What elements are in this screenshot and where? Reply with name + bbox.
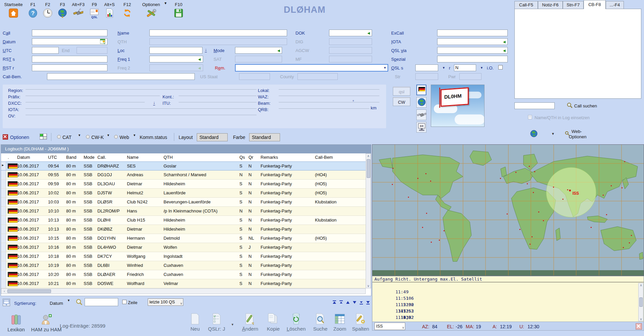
satellite-close-button[interactable] bbox=[636, 323, 642, 330]
col-qr[interactable]: Qr bbox=[248, 155, 259, 160]
satellite-view-button[interactable] bbox=[416, 109, 426, 120]
rem-combobox[interactable] bbox=[235, 64, 388, 71]
loc-input[interactable] bbox=[149, 47, 202, 54]
logbook-row[interactable]: 10.06.2017 10:15 80 m SSB DO1YHN Hermann… bbox=[1, 234, 366, 243]
logbook-row[interactable]: 10.06.2017 10:16 80 m SSB DL4HWO Dietmar… bbox=[1, 243, 366, 252]
quick-search-input[interactable] bbox=[85, 298, 118, 306]
optionen-button[interactable]: Optionen bbox=[139, 2, 163, 19]
qslr-button[interactable]: QSLr: J bbox=[205, 313, 228, 332]
loc-insert-icon[interactable]: ↓ bbox=[205, 48, 207, 52]
sort-dropdown-arrow-icon[interactable]: ▼ bbox=[67, 299, 70, 302]
col-marker[interactable]: . bbox=[8, 155, 9, 160]
excall-input[interactable] bbox=[437, 30, 508, 36]
call-search-input[interactable] bbox=[514, 102, 555, 109]
satellite-pass-row[interactable]: 11:49 106 12:02 347 19,2 AO-27 bbox=[372, 282, 644, 289]
sat-scroll-up-icon[interactable]: ∧ bbox=[639, 283, 643, 287]
iota-input[interactable] bbox=[437, 38, 508, 45]
ham-zu-ham-button[interactable]: HAM zu HAM bbox=[31, 314, 62, 332]
rst-s-input[interactable] bbox=[32, 56, 107, 62]
farbe-standard-button[interactable]: Standard bbox=[249, 133, 280, 141]
iota-pick-arrow-icon[interactable]: ◀ bbox=[503, 40, 506, 44]
scroll-up-icon[interactable]: ∧ bbox=[366, 154, 371, 158]
call-bem-input[interactable] bbox=[47, 73, 195, 80]
io-checkbox[interactable] bbox=[498, 65, 503, 69]
qsl-via-pick-arrow-icon[interactable]: ◀ bbox=[503, 49, 506, 52]
cwk-radio[interactable] bbox=[86, 135, 90, 139]
cw-side-button[interactable]: CW bbox=[393, 97, 410, 106]
grid-layout-icon[interactable] bbox=[40, 134, 47, 140]
nav-up-icon[interactable] bbox=[345, 300, 351, 305]
sort-value[interactable]: Datum bbox=[50, 301, 63, 306]
tab-call-f5[interactable]: Call-F5 bbox=[514, 1, 538, 9]
tab-cb-f8[interactable]: CB-F8 bbox=[584, 0, 606, 9]
cwk-dropdown-arrow-icon[interactable]: ▼ bbox=[107, 134, 110, 137]
col-call-bem[interactable]: Call-Bem bbox=[315, 155, 365, 160]
logbook-row[interactable]: 10.06.2017 09:59 80 m SSB DL3OAU Dietmar… bbox=[1, 180, 366, 189]
logbook-row[interactable]: 10.06.2017 10:03 80 m SSB DLØSR Club N24… bbox=[1, 198, 366, 207]
col-utc[interactable]: UTC bbox=[48, 155, 65, 160]
satellite-pass-row[interactable]: 11:51 30 11:53 4 0,0 HRBE bbox=[372, 289, 644, 295]
web-options-label-line2[interactable]: Optionen bbox=[569, 134, 587, 139]
col-remarks[interactable]: Remarks bbox=[261, 155, 314, 160]
col-call[interactable]: Call. bbox=[97, 155, 126, 160]
satellite-select[interactable]: ISS ∨ bbox=[374, 323, 405, 330]
dok-input[interactable] bbox=[329, 30, 372, 36]
rst-r-input[interactable] bbox=[32, 64, 107, 71]
spezial-input[interactable] bbox=[437, 56, 508, 62]
world-map[interactable]: ISS bbox=[372, 144, 644, 276]
cat-dropdown-arrow-icon[interactable]: ▼ bbox=[78, 134, 81, 137]
cb-notes-textarea[interactable] bbox=[514, 9, 641, 99]
layout-standard-button[interactable]: Standard bbox=[197, 133, 228, 141]
col-qth[interactable]: QTH bbox=[164, 155, 238, 160]
satellite-vscrollbar[interactable]: ∧ ∨ bbox=[638, 283, 643, 321]
range-select[interactable]: letzte 100 QS ∨ bbox=[148, 298, 183, 306]
logbook-row[interactable]: 10.06.2017 10:19 80 m SSB DL6BI Winfried… bbox=[1, 261, 366, 270]
suche-button[interactable]: Suche bbox=[311, 313, 330, 332]
col-datum[interactable]: Datum bbox=[17, 155, 47, 160]
web-globe-icon[interactable] bbox=[530, 130, 538, 138]
web-radio[interactable] bbox=[114, 135, 118, 139]
freq1-pick-arrow-icon[interactable]: ◀ bbox=[198, 58, 201, 61]
scroll-down-icon[interactable]: ∨ bbox=[366, 284, 371, 288]
logbook-row[interactable]: 10.06.2017 10:02 80 m SSB DJ5TW Helmut2 … bbox=[1, 189, 366, 198]
call-input[interactable] bbox=[32, 30, 107, 36]
nav-down-icon[interactable] bbox=[352, 300, 358, 305]
qsl-s-input[interactable] bbox=[415, 64, 438, 71]
vscroll-thumb[interactable] bbox=[367, 159, 370, 178]
logbook-row[interactable]: 10.06.2017 10:13 80 m SSB DLØHI Club H15… bbox=[1, 216, 366, 225]
nav-pagedown-icon[interactable] bbox=[359, 300, 364, 305]
mode-pick-arrow-icon[interactable]: ◀ bbox=[277, 49, 280, 52]
call-search-label[interactable]: Call suchen bbox=[574, 103, 597, 108]
nav-last-icon[interactable] bbox=[365, 300, 371, 305]
lexikon-button[interactable]: Lexikon bbox=[5, 314, 28, 332]
tab-stn-f7[interactable]: Stn-F7 bbox=[563, 1, 584, 9]
web-dropdown-arrow-icon[interactable]: ▼ bbox=[133, 134, 136, 137]
tab-notiz-f6[interactable]: Notiz-F6 bbox=[538, 1, 563, 9]
aendern-button[interactable]: Ändern bbox=[239, 313, 261, 332]
dx-cluster-button[interactable]: DX bbox=[416, 122, 426, 133]
qsl-s-dropdown-arrow-icon[interactable]: ▼ bbox=[442, 66, 445, 69]
logbook-row[interactable]: 10.06.2017 10:18 80 m SSB DK7CY Wolfgang… bbox=[1, 252, 366, 261]
utc-input[interactable] bbox=[32, 47, 59, 54]
flag-view-button[interactable] bbox=[416, 85, 426, 95]
neu-button[interactable]: Neu bbox=[187, 313, 203, 332]
spalten-button[interactable]: Spalten bbox=[350, 313, 371, 332]
logbook-row[interactable]: 10.06.2017 10:21 80 m SSB DO5WE Wolfhard… bbox=[1, 279, 366, 288]
logbook-row[interactable]: 10.06.2017 10:20 80 m SSB DLØAER Friedri… bbox=[1, 270, 366, 279]
logbook-row[interactable]: ► 10.06.2017 09:54 80 m SSB DRØHARZ SES … bbox=[1, 161, 366, 171]
startseite-button[interactable]: Startseite bbox=[3, 2, 24, 18]
web-globe-dropdown-arrow-icon[interactable]: ▼ bbox=[551, 132, 555, 136]
sat-scroll-down-icon[interactable]: ∨ bbox=[639, 317, 643, 321]
nav-first-icon[interactable] bbox=[332, 300, 337, 305]
datum-input[interactable] bbox=[32, 38, 107, 45]
f10-save-button[interactable]: F10 bbox=[168, 2, 189, 18]
col-mode[interactable]: Mode bbox=[84, 155, 96, 160]
cat-radio[interactable] bbox=[57, 135, 61, 139]
logbook-vscrollbar[interactable]: ∧ ∨ bbox=[366, 153, 371, 288]
name-input[interactable] bbox=[149, 30, 287, 36]
col-band[interactable]: Band bbox=[66, 155, 82, 160]
calendar-icon[interactable] bbox=[100, 39, 106, 44]
options-close-icon[interactable] bbox=[3, 134, 8, 140]
logbook-row[interactable]: 10.06.2017 10:13 80 m SSB DKØBZ Dietmar … bbox=[1, 225, 366, 234]
sat-scroll-thumb[interactable] bbox=[639, 297, 643, 307]
